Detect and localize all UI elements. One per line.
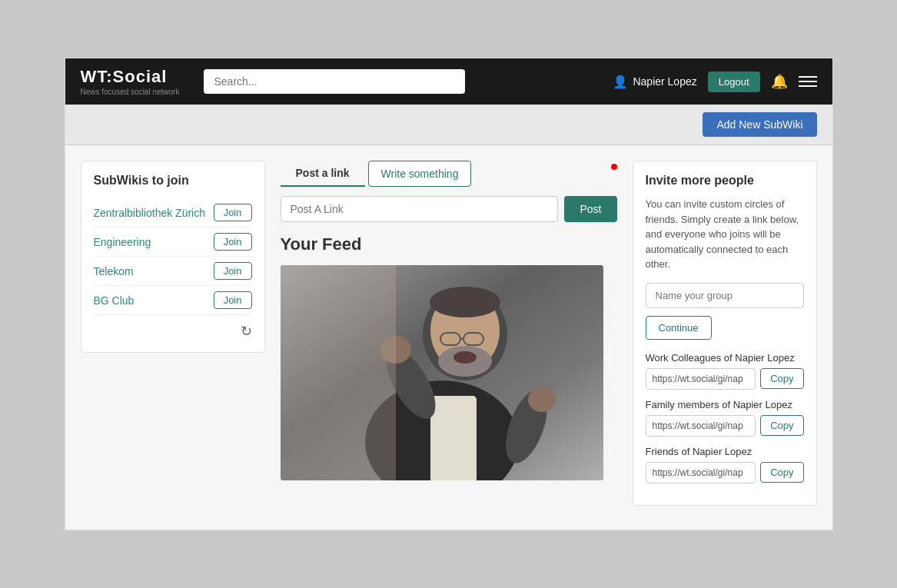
join-button-1[interactable]: Join <box>214 233 252 251</box>
refresh-icon[interactable]: ↻ <box>94 323 252 340</box>
hamburger-menu-icon[interactable] <box>799 76 817 87</box>
invite-link-row-1: Copy <box>646 415 804 437</box>
invite-link-input-2[interactable] <box>646 462 756 483</box>
center-content: Post a link Write something Post Your Fe… <box>281 161 617 514</box>
feed-title: Your Feed <box>281 234 617 254</box>
copy-button-0[interactable]: Copy <box>760 368 803 389</box>
svg-point-8 <box>528 387 556 412</box>
user-info: 👤 Napier Lopez <box>613 75 696 89</box>
notification-bell-icon[interactable]: 🔔 <box>771 73 788 90</box>
subwiki-name[interactable]: Zentralbibliothek Zürich <box>94 207 206 219</box>
svg-rect-4 <box>430 396 477 480</box>
subwiki-name[interactable]: Engineering <box>94 236 151 248</box>
header-right: 👤 Napier Lopez Logout 🔔 <box>613 71 816 92</box>
main-layout: SubWikis to join Zentralbibliothek Züric… <box>65 145 832 530</box>
user-icon: 👤 <box>613 75 628 89</box>
invite-group-1: Family members of Napier Lopez Copy <box>646 399 804 437</box>
sidebar: SubWikis to join Zentralbibliothek Züric… <box>81 161 265 353</box>
svg-point-13 <box>430 287 500 317</box>
add-subwiki-bar: Add New SubWiki <box>65 105 832 145</box>
continue-button[interactable]: Continue <box>646 316 712 340</box>
logo-tagline: News focused social network <box>81 88 188 96</box>
add-subwiki-button[interactable]: Add New SubWiki <box>703 112 816 137</box>
subwiki-item: Engineering Join <box>94 228 252 257</box>
invite-link-input-1[interactable] <box>646 415 756 437</box>
subwiki-item: Zentralbibliothek Zürich Join <box>94 198 252 228</box>
join-button-3[interactable]: Join <box>214 291 252 309</box>
post-link-input[interactable] <box>281 196 559 222</box>
invite-title: Invite more people <box>646 174 804 188</box>
invite-link-row-2: Copy <box>646 462 804 483</box>
invite-description: You can invite custom circles of friends… <box>646 197 804 272</box>
copy-button-1[interactable]: Copy <box>760 415 803 436</box>
post-link-row: Post <box>281 196 617 222</box>
svg-rect-16 <box>281 265 396 480</box>
notification-dot <box>611 164 617 170</box>
right-panel: Invite more people You can invite custom… <box>633 161 817 506</box>
search-bar <box>204 69 465 94</box>
invite-group-2: Friends of Napier Lopez Copy <box>646 446 804 483</box>
invite-link-input-0[interactable] <box>646 368 756 390</box>
post-tabs: Post a link Write something <box>281 161 617 187</box>
join-button-0[interactable]: Join <box>214 204 252 221</box>
header: WT:Social News focused social network 👤 … <box>65 58 832 105</box>
subwiki-item: BG Club Join <box>94 286 252 315</box>
app-wrapper: WT:Social News focused social network 👤 … <box>65 58 833 530</box>
invite-group-label-2: Friends of Napier Lopez <box>646 446 804 457</box>
tab-write[interactable]: Write something <box>368 161 472 187</box>
user-name: Napier Lopez <box>633 75 696 88</box>
feed-image <box>281 265 603 480</box>
invite-group-label-0: Work Colleagues of Napier Lopez <box>646 352 804 364</box>
search-input[interactable] <box>204 69 465 94</box>
logo-area: WT:Social News focused social network <box>81 67 188 96</box>
sidebar-title: SubWikis to join <box>94 174 252 188</box>
invite-group-0: Work Colleagues of Napier Lopez Copy <box>646 352 804 390</box>
logo-title: WT:Social <box>81 67 188 87</box>
group-name-input[interactable] <box>646 283 804 308</box>
post-button[interactable]: Post <box>564 196 616 222</box>
subwiki-item: Telekom Join <box>94 257 252 286</box>
copy-button-2[interactable]: Copy <box>760 462 803 483</box>
logout-button[interactable]: Logout <box>708 71 760 92</box>
feed-image-svg <box>281 265 603 480</box>
svg-point-15 <box>453 351 477 364</box>
subwiki-name[interactable]: Telekom <box>94 265 134 277</box>
tab-post-link[interactable]: Post a link <box>281 161 365 187</box>
join-button-2[interactable]: Join <box>214 262 252 280</box>
invite-link-row-0: Copy <box>646 368 804 390</box>
subwiki-name[interactable]: BG Club <box>94 294 135 307</box>
invite-group-label-1: Family members of Napier Lopez <box>646 399 804 410</box>
